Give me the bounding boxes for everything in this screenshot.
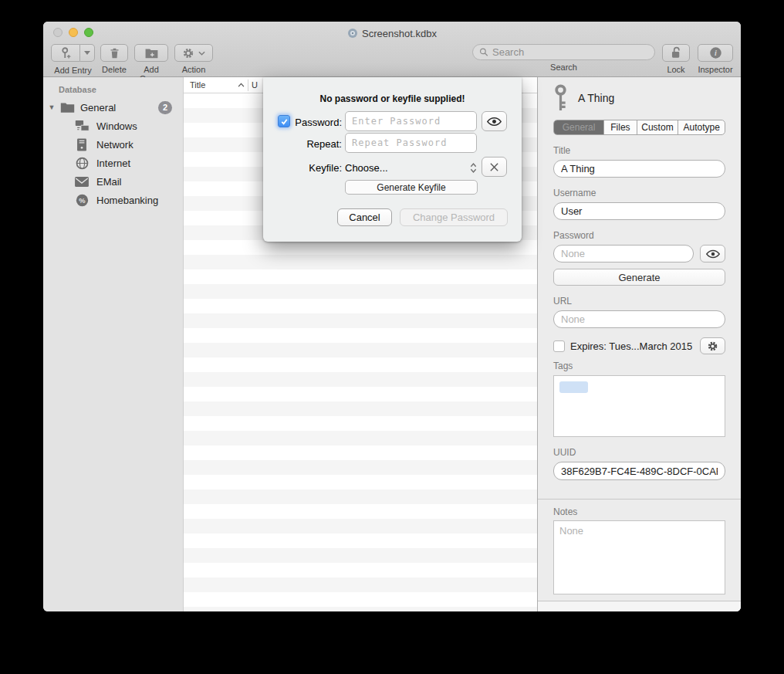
tab-custom[interactable]: Custom [637,120,678,134]
group-label: EMail [96,176,122,188]
password-dialog: No password or keyfile supplied! Passwor… [263,77,522,242]
password-input[interactable] [553,245,694,262]
key-icon [553,84,568,112]
add-entry-dropdown[interactable] [80,44,95,62]
disclosure-triangle-icon[interactable]: ▼ [43,103,60,111]
window-chrome: Screenshot.kdbx Add Entry Delete [43,22,741,77]
cancel-button[interactable]: Cancel [337,208,392,226]
inspector-divider [538,499,741,500]
gear-icon [707,340,718,352]
sidebar-group-general[interactable]: ▼ General 2 [43,98,183,117]
sort-ascending-icon [238,83,245,87]
chevron-down-icon [198,51,205,56]
eye-icon [706,249,720,259]
globe-icon [76,157,89,170]
sidebar-group-homebanking[interactable]: % Homebanking [43,191,183,209]
add-group-button[interactable] [134,44,168,62]
add-entry-label: Add Entry [51,66,95,75]
sidebar-group-network[interactable]: Network [43,135,183,154]
dialog-password-label: Password: [263,117,342,128]
envelope-icon [75,177,89,187]
tag-pill[interactable] [559,381,588,393]
sidebar-group-windows[interactable]: Windows [43,117,183,135]
dialog-reveal-password-button[interactable] [482,111,507,131]
dropdown-arrow-icon [84,51,90,55]
lock-label: Lock [662,65,690,74]
entry-count-badge: 2 [158,101,172,114]
tab-autotype[interactable]: Autotype [678,120,725,134]
group-label: Homebanking [96,195,158,206]
dialog-password-input[interactable] [345,111,477,131]
windows-network-icon [75,120,90,132]
title-field-label: Title [553,145,725,156]
search-field[interactable] [472,44,655,60]
uuid-field-label: UUID [553,447,725,458]
username-input[interactable] [553,202,725,220]
delete-button[interactable] [100,44,128,62]
group-sidebar: Database ▼ General 2 Windows Network Int… [43,77,183,611]
generate-password-button[interactable]: Generate [553,269,725,286]
inspector-panel: A Thing General Files Custom Autotype Ti… [537,77,741,611]
open-padlock-icon [670,46,682,59]
sidebar-group-internet[interactable]: Internet [43,154,183,172]
folder-icon [60,102,75,113]
folder-plus-icon [144,47,159,59]
key-plus-icon [59,46,73,60]
keyfile-popup[interactable]: Choose... [345,157,477,178]
inspector-label: Inspector [698,65,733,74]
window-title: Screenshot.kdbx [43,28,741,39]
lock-button[interactable] [662,44,690,62]
info-icon: i [709,46,722,59]
document-proxy-icon [347,28,358,39]
column-header-username[interactable]: U [248,80,258,90]
add-entry-button[interactable] [51,44,95,62]
title-input[interactable] [553,160,725,178]
trash-icon [109,47,120,59]
change-password-button[interactable]: Change Password [400,208,508,226]
dialog-message: No password or keyfile supplied! [263,93,522,104]
sidebar-section-header: Database [43,82,183,98]
url-field-label: URL [553,296,725,307]
expires-label: Expires: Tues...March 2015 [570,340,697,352]
group-label: Network [96,139,133,151]
svg-text:%: % [79,196,86,204]
expires-checkbox[interactable] [553,340,565,352]
clear-keyfile-button[interactable] [482,157,507,177]
inspector-tabs: General Files Custom Autotype [553,120,725,135]
dialog-repeat-input[interactable] [345,133,477,153]
group-label: Windows [96,120,137,132]
stepper-chevrons-icon [470,162,477,174]
tab-files[interactable]: Files [603,120,636,134]
search-icon [479,47,488,57]
app-window: Screenshot.kdbx Add Entry Delete [43,22,741,611]
sidebar-group-email[interactable]: EMail [43,172,183,191]
username-field-label: Username [553,188,725,198]
inspector-footer [538,601,741,611]
entry-title: A Thing [578,92,614,104]
column-header-title[interactable]: Title [184,80,248,90]
url-input[interactable] [553,310,725,328]
tab-general[interactable]: General [554,120,603,134]
group-label: Internet [96,157,130,169]
uuid-input[interactable] [553,462,725,480]
tags-field-label: Tags [553,361,725,371]
tags-box[interactable] [553,375,725,437]
notes-field-label: Notes [553,506,725,517]
eye-icon [487,117,502,127]
action-button[interactable] [174,44,213,62]
search-label: Search [472,63,655,72]
group-label: General [80,102,116,113]
generate-keyfile-button[interactable]: Generate Keyfile [345,180,478,195]
server-icon [76,138,87,151]
delete-label: Delete [100,65,128,74]
close-x-icon [489,162,499,172]
percent-circle-icon: % [76,194,89,207]
reveal-password-button[interactable] [700,245,725,262]
search-input[interactable] [492,46,648,58]
expires-settings-button[interactable] [700,337,725,354]
inspector-button[interactable]: i [698,44,733,62]
svg-text:i: i [715,49,717,57]
password-field-label: Password [553,230,725,241]
dialog-keyfile-label: Keyfile: [263,162,342,174]
notes-textarea[interactable] [553,520,725,594]
